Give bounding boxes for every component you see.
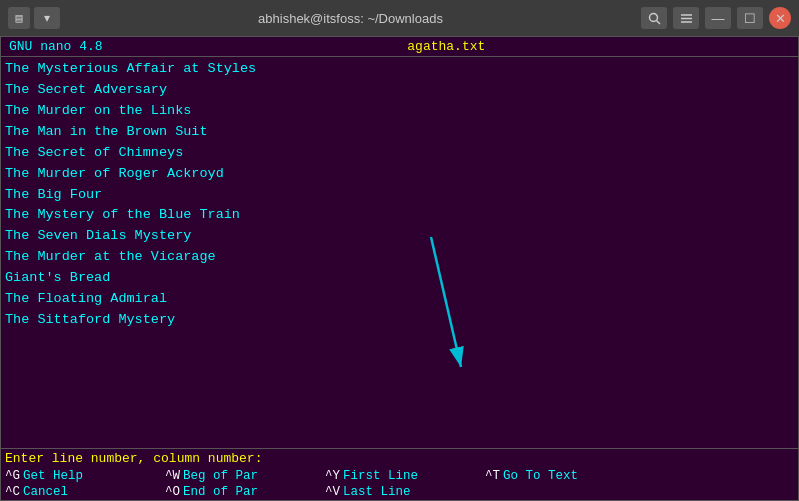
nano-filename: agatha.txt — [407, 39, 485, 54]
maximize-button[interactable]: ☐ — [737, 7, 763, 29]
svg-line-1 — [656, 20, 660, 24]
shortcut-row-1: ^G Get Help ^W Beg of Par ^Y First Line … — [1, 468, 798, 484]
content-line: The Murder of Roger Ackroyd — [5, 164, 794, 185]
nano-header: GNU nano 4.8 agatha.txt — [1, 37, 798, 57]
content-line: The Sittaford Mystery — [5, 310, 794, 331]
search-button[interactable] — [641, 7, 667, 29]
titlebar-controls: — ☐ ✕ — [641, 7, 791, 29]
shortcut-end-par: ^O End of Par — [165, 485, 325, 499]
close-button[interactable]: ✕ — [769, 7, 791, 29]
content-line: The Mysterious Affair at Styles — [5, 59, 794, 80]
app-icon: ▤ — [8, 7, 30, 29]
label-get-help: Get Help — [23, 469, 83, 483]
terminal-window: GNU nano 4.8 agatha.txt The Mysterious A… — [0, 36, 799, 501]
titlebar-dropdown-button[interactable]: ▾ — [34, 7, 60, 29]
content-line: The Seven Dials Mystery — [5, 226, 794, 247]
shortcut-beg-par: ^W Beg of Par — [165, 469, 325, 483]
shortcut-get-help: ^G Get Help — [5, 469, 165, 483]
minimize-button[interactable]: — — [705, 7, 731, 29]
label-last-line: Last Line — [343, 485, 411, 499]
content-line: The Secret Adversary — [5, 80, 794, 101]
key-ctrl-t: ^T — [485, 469, 500, 483]
label-cancel: Cancel — [23, 485, 68, 499]
content-line: The Big Four — [5, 185, 794, 206]
search-icon — [648, 12, 661, 25]
key-ctrl-v: ^V — [325, 485, 340, 499]
shortcut-row-2: ^C Cancel ^O End of Par ^V Last Line — [1, 484, 798, 500]
shortcut-cancel: ^C Cancel — [5, 485, 165, 499]
prompt-input[interactable] — [262, 451, 322, 466]
key-ctrl-w: ^W — [165, 469, 180, 483]
title-bar: ▤ ▾ abhishek@itsfoss: ~/Downloads — ☐ ✕ — [0, 0, 799, 36]
key-ctrl-o: ^O — [165, 485, 180, 499]
key-ctrl-g: ^G — [5, 469, 20, 483]
nano-shortcuts: ^G Get Help ^W Beg of Par ^Y First Line … — [1, 468, 798, 500]
shortcut-go-to-text: ^T Go To Text — [485, 469, 645, 483]
svg-point-0 — [649, 13, 657, 21]
content-line: The Floating Admiral — [5, 289, 794, 310]
shortcut-empty — [485, 485, 645, 499]
nano-version: GNU nano 4.8 — [9, 39, 103, 54]
label-first-line: First Line — [343, 469, 418, 483]
menu-icon — [680, 12, 693, 25]
key-ctrl-c: ^C — [5, 485, 20, 499]
nano-prompt-bar: Enter line number, column number: — [1, 448, 798, 468]
shortcut-first-line: ^Y First Line — [325, 469, 485, 483]
label-beg-par: Beg of Par — [183, 469, 258, 483]
titlebar-left: ▤ ▾ — [8, 7, 60, 29]
content-line: The Man in the Brown Suit — [5, 122, 794, 143]
prompt-text: Enter line number, column number: — [5, 451, 262, 466]
shortcut-last-line: ^V Last Line — [325, 485, 485, 499]
content-line: The Secret of Chimneys — [5, 143, 794, 164]
prompt-line: Enter line number, column number: — [5, 451, 794, 466]
menu-button[interactable] — [673, 7, 699, 29]
terminal-icon: ▤ — [15, 11, 22, 26]
label-end-par: End of Par — [183, 485, 258, 499]
content-line: The Murder at the Vicarage — [5, 247, 794, 268]
content-line: Giant's Bread — [5, 268, 794, 289]
key-ctrl-y: ^Y — [325, 469, 340, 483]
content-line: The Mystery of the Blue Train — [5, 205, 794, 226]
label-go-to-text: Go To Text — [503, 469, 578, 483]
titlebar-title: abhishek@itsfoss: ~/Downloads — [66, 11, 635, 26]
nano-content-area[interactable]: The Mysterious Affair at StylesThe Secre… — [1, 57, 798, 448]
content-line: The Murder on the Links — [5, 101, 794, 122]
